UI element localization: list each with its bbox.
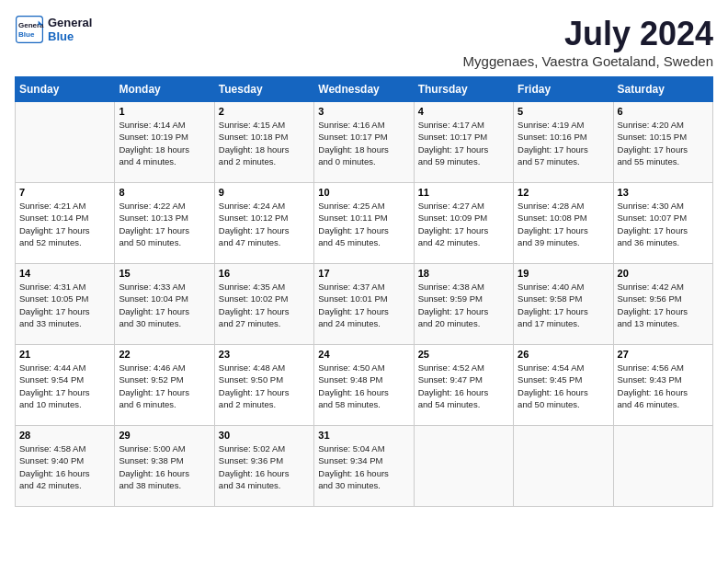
day-cell: 13Sunrise: 4:30 AMSunset: 10:07 PMDaylig…: [613, 183, 712, 264]
day-cell: 26Sunrise: 4:54 AMSunset: 9:45 PMDayligh…: [514, 345, 613, 426]
day-number: 10: [318, 187, 409, 198]
location-subtitle: Myggenaes, Vaestra Goetaland, Sweden: [463, 53, 713, 69]
day-cell: [514, 426, 613, 507]
header: General Blue GeneralBlue July 2024 Mygge…: [15, 15, 713, 69]
logo: General Blue GeneralBlue: [15, 15, 92, 44]
day-cell: 29Sunrise: 5:00 AMSunset: 9:38 PMDayligh…: [115, 426, 214, 507]
day-info: Sunrise: 5:04 AMSunset: 9:34 PMDaylight:…: [318, 442, 409, 491]
day-info: Sunrise: 4:15 AMSunset: 10:18 PMDaylight…: [219, 119, 310, 167]
day-number: 6: [618, 106, 709, 117]
day-number: 4: [418, 106, 509, 117]
week-row-1: 1Sunrise: 4:14 AMSunset: 10:19 PMDayligh…: [16, 102, 713, 183]
day-number: 20: [618, 268, 709, 279]
day-number: 28: [19, 430, 110, 441]
header-cell-tuesday: Tuesday: [214, 77, 313, 102]
day-cell: 7Sunrise: 4:21 AMSunset: 10:14 PMDayligh…: [16, 183, 115, 264]
day-number: 18: [418, 268, 509, 279]
day-number: 24: [318, 349, 409, 360]
day-cell: 8Sunrise: 4:22 AMSunset: 10:13 PMDayligh…: [115, 183, 214, 264]
day-cell: 22Sunrise: 4:46 AMSunset: 9:52 PMDayligh…: [115, 345, 214, 426]
day-info: Sunrise: 4:46 AMSunset: 9:52 PMDaylight:…: [119, 362, 210, 410]
day-number: 17: [318, 268, 409, 279]
day-info: Sunrise: 4:44 AMSunset: 9:54 PMDaylight:…: [19, 362, 110, 410]
day-number: 21: [19, 349, 110, 360]
svg-text:Blue: Blue: [18, 30, 35, 39]
week-row-3: 14Sunrise: 4:31 AMSunset: 10:05 PMDaylig…: [16, 264, 713, 345]
day-cell: 10Sunrise: 4:25 AMSunset: 10:11 PMDaylig…: [314, 183, 414, 264]
day-number: 27: [618, 349, 709, 360]
day-info: Sunrise: 4:33 AMSunset: 10:04 PMDaylight…: [119, 281, 210, 329]
title-area: July 2024 Myggenaes, Vaestra Goetaland, …: [463, 15, 713, 69]
day-number: 13: [618, 187, 709, 198]
day-info: Sunrise: 4:56 AMSunset: 9:43 PMDaylight:…: [618, 362, 709, 410]
header-cell-monday: Monday: [115, 77, 214, 102]
day-info: Sunrise: 4:27 AMSunset: 10:09 PMDaylight…: [418, 200, 509, 248]
day-info: Sunrise: 4:20 AMSunset: 10:15 PMDaylight…: [618, 119, 709, 167]
calendar-header: SundayMondayTuesdayWednesdayThursdayFrid…: [16, 77, 713, 102]
logo-text: GeneralBlue: [48, 16, 92, 43]
day-cell: 27Sunrise: 4:56 AMSunset: 9:43 PMDayligh…: [613, 345, 712, 426]
day-info: Sunrise: 4:30 AMSunset: 10:07 PMDaylight…: [618, 200, 709, 248]
day-cell: 5Sunrise: 4:19 AMSunset: 10:16 PMDayligh…: [514, 102, 613, 183]
day-info: Sunrise: 4:22 AMSunset: 10:13 PMDaylight…: [119, 200, 210, 248]
day-number: 5: [518, 106, 609, 117]
day-cell: 3Sunrise: 4:16 AMSunset: 10:17 PMDayligh…: [314, 102, 414, 183]
day-info: Sunrise: 4:50 AMSunset: 9:48 PMDaylight:…: [318, 362, 409, 410]
day-number: 29: [119, 430, 210, 441]
day-number: 25: [418, 349, 509, 360]
logo-icon: General Blue: [15, 15, 44, 44]
day-info: Sunrise: 4:37 AMSunset: 10:01 PMDaylight…: [318, 281, 409, 329]
day-cell: 23Sunrise: 4:48 AMSunset: 9:50 PMDayligh…: [214, 345, 313, 426]
day-cell: 11Sunrise: 4:27 AMSunset: 10:09 PMDaylig…: [414, 183, 513, 264]
day-cell: 2Sunrise: 4:15 AMSunset: 10:18 PMDayligh…: [214, 102, 313, 183]
day-number: 19: [518, 268, 609, 279]
week-row-5: 28Sunrise: 4:58 AMSunset: 9:40 PMDayligh…: [16, 426, 713, 507]
header-cell-sunday: Sunday: [16, 77, 115, 102]
day-cell: 9Sunrise: 4:24 AMSunset: 10:12 PMDayligh…: [214, 183, 313, 264]
day-cell: 18Sunrise: 4:38 AMSunset: 9:59 PMDayligh…: [414, 264, 513, 345]
day-number: 14: [19, 268, 110, 279]
header-cell-thursday: Thursday: [414, 77, 513, 102]
day-cell: [16, 102, 115, 183]
header-cell-friday: Friday: [514, 77, 613, 102]
day-number: 31: [318, 430, 409, 441]
day-cell: 15Sunrise: 4:33 AMSunset: 10:04 PMDaylig…: [115, 264, 214, 345]
day-info: Sunrise: 4:16 AMSunset: 10:17 PMDaylight…: [318, 119, 409, 167]
day-info: Sunrise: 4:25 AMSunset: 10:11 PMDaylight…: [318, 200, 409, 248]
day-cell: 1Sunrise: 4:14 AMSunset: 10:19 PMDayligh…: [115, 102, 214, 183]
day-info: Sunrise: 4:14 AMSunset: 10:19 PMDaylight…: [119, 119, 210, 167]
day-number: 23: [219, 349, 310, 360]
day-cell: 24Sunrise: 4:50 AMSunset: 9:48 PMDayligh…: [314, 345, 414, 426]
day-info: Sunrise: 4:17 AMSunset: 10:17 PMDaylight…: [418, 119, 509, 167]
month-year-title: July 2024: [463, 15, 713, 53]
day-info: Sunrise: 4:21 AMSunset: 10:14 PMDaylight…: [19, 200, 110, 248]
calendar-body: 1Sunrise: 4:14 AMSunset: 10:19 PMDayligh…: [16, 102, 713, 507]
day-cell: 19Sunrise: 4:40 AMSunset: 9:58 PMDayligh…: [514, 264, 613, 345]
day-cell: 17Sunrise: 4:37 AMSunset: 10:01 PMDaylig…: [314, 264, 414, 345]
header-row: SundayMondayTuesdayWednesdayThursdayFrid…: [16, 77, 713, 102]
day-info: Sunrise: 4:38 AMSunset: 9:59 PMDaylight:…: [418, 281, 509, 329]
day-number: 26: [518, 349, 609, 360]
day-number: 30: [219, 430, 310, 441]
day-cell: 20Sunrise: 4:42 AMSunset: 9:56 PMDayligh…: [613, 264, 712, 345]
day-info: Sunrise: 4:35 AMSunset: 10:02 PMDaylight…: [219, 281, 310, 329]
day-cell: 6Sunrise: 4:20 AMSunset: 10:15 PMDayligh…: [613, 102, 712, 183]
day-info: Sunrise: 5:02 AMSunset: 9:36 PMDaylight:…: [219, 442, 310, 491]
day-number: 3: [318, 106, 409, 117]
day-number: 7: [19, 187, 110, 198]
day-number: 16: [219, 268, 310, 279]
day-info: Sunrise: 4:42 AMSunset: 9:56 PMDaylight:…: [618, 281, 709, 329]
day-number: 15: [119, 268, 210, 279]
day-cell: 12Sunrise: 4:28 AMSunset: 10:08 PMDaylig…: [514, 183, 613, 264]
day-number: 11: [418, 187, 509, 198]
day-info: Sunrise: 4:40 AMSunset: 9:58 PMDaylight:…: [518, 281, 609, 329]
day-info: Sunrise: 5:00 AMSunset: 9:38 PMDaylight:…: [119, 442, 210, 491]
day-info: Sunrise: 4:28 AMSunset: 10:08 PMDaylight…: [518, 200, 609, 248]
day-cell: [414, 426, 513, 507]
week-row-4: 21Sunrise: 4:44 AMSunset: 9:54 PMDayligh…: [16, 345, 713, 426]
day-cell: 21Sunrise: 4:44 AMSunset: 9:54 PMDayligh…: [16, 345, 115, 426]
day-info: Sunrise: 4:31 AMSunset: 10:05 PMDaylight…: [19, 281, 110, 329]
day-cell: 4Sunrise: 4:17 AMSunset: 10:17 PMDayligh…: [414, 102, 513, 183]
day-cell: 30Sunrise: 5:02 AMSunset: 9:36 PMDayligh…: [214, 426, 313, 507]
calendar-table: SundayMondayTuesdayWednesdayThursdayFrid…: [15, 76, 713, 507]
